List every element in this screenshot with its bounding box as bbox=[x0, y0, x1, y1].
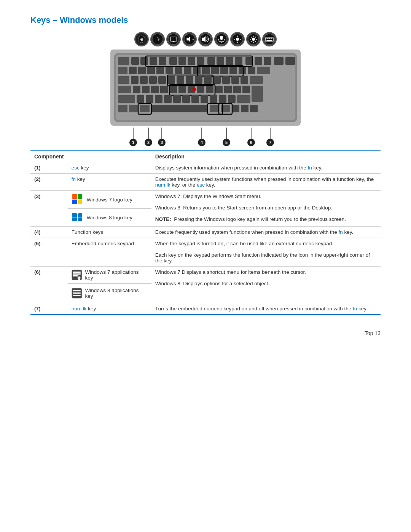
row-num: (5) bbox=[30, 238, 68, 267]
row-description: Execute frequently used system functions… bbox=[151, 227, 381, 238]
fn-link-1[interactable]: fn bbox=[307, 165, 312, 171]
row-description: When the keypad is turned on, it can be … bbox=[151, 238, 381, 267]
row-num: (3) bbox=[30, 191, 68, 227]
svg-rect-82 bbox=[186, 76, 193, 84]
svg-rect-84 bbox=[204, 76, 212, 84]
svg-rect-54 bbox=[264, 57, 271, 65]
svg-rect-120 bbox=[237, 95, 250, 103]
row-component: fn key bbox=[68, 174, 151, 191]
row-num: (1) bbox=[30, 162, 68, 174]
win7-logo-icon bbox=[72, 193, 84, 206]
esc-key-link[interactable]: esc bbox=[72, 165, 80, 171]
svg-rect-66 bbox=[193, 67, 201, 74]
svg-marker-158 bbox=[72, 213, 77, 217]
svg-rect-170 bbox=[73, 295, 81, 296]
svg-rect-83 bbox=[195, 76, 202, 84]
table-row: (3) Windows 7 logo key Windows 7 bbox=[30, 191, 381, 209]
keyboard-image bbox=[110, 50, 301, 126]
fn-icons-row: ⊕ ☽ − bbox=[134, 32, 277, 46]
svg-rect-35 bbox=[271, 38, 272, 39]
fn-icon-brightness bbox=[230, 32, 245, 46]
svg-rect-105 bbox=[252, 86, 263, 102]
table-row: (4) Function keys Execute frequently use… bbox=[30, 227, 381, 238]
row-description: Displays system information when pressed… bbox=[151, 162, 381, 174]
win7-app-key-icon bbox=[72, 270, 82, 280]
callout-numbers: 1 2 3 4 5 6 7 bbox=[110, 128, 301, 147]
col-header-component-name bbox=[68, 151, 151, 162]
svg-rect-163 bbox=[73, 272, 81, 273]
svg-rect-111 bbox=[155, 95, 162, 103]
svg-rect-162 bbox=[72, 270, 82, 280]
svg-rect-93 bbox=[142, 86, 150, 93]
svg-rect-81 bbox=[177, 76, 184, 84]
win8-logo-label: Windows 8 logo key bbox=[87, 215, 132, 220]
fn-icon-display bbox=[166, 32, 181, 46]
svg-rect-129 bbox=[250, 105, 258, 112]
svg-rect-101 bbox=[215, 86, 223, 93]
svg-rect-13 bbox=[220, 36, 223, 40]
svg-rect-42 bbox=[150, 57, 157, 65]
svg-rect-45 bbox=[178, 57, 186, 65]
row-description: Executes frequently used system function… bbox=[151, 174, 381, 191]
svg-rect-99 bbox=[197, 86, 204, 93]
svg-rect-97 bbox=[178, 86, 186, 93]
svg-rect-115 bbox=[191, 95, 199, 103]
svg-rect-95 bbox=[160, 86, 168, 93]
col-header-component: Component bbox=[30, 151, 68, 162]
svg-rect-67 bbox=[202, 67, 210, 74]
fn-key-link[interactable]: fn bbox=[72, 176, 76, 182]
svg-rect-102 bbox=[224, 86, 232, 93]
svg-rect-168 bbox=[73, 290, 81, 291]
svg-rect-6 bbox=[172, 41, 174, 42]
svg-rect-165 bbox=[73, 275, 78, 276]
svg-rect-108 bbox=[118, 95, 135, 103]
svg-rect-156 bbox=[72, 200, 77, 204]
svg-rect-154 bbox=[72, 194, 77, 199]
note-label: NOTE: bbox=[155, 216, 171, 222]
row-component: esc key bbox=[68, 162, 151, 174]
svg-rect-33 bbox=[266, 38, 268, 39]
fn-link-3[interactable]: fn bbox=[353, 306, 357, 312]
numlk-link-1[interactable]: num lk bbox=[155, 182, 170, 188]
svg-text:6: 6 bbox=[250, 140, 252, 145]
svg-rect-85 bbox=[213, 76, 221, 84]
row-num: (2) bbox=[30, 174, 68, 191]
svg-rect-68 bbox=[211, 67, 219, 74]
fn-icon-backlight bbox=[262, 32, 277, 46]
row-component: Embedded numeric keypad bbox=[68, 238, 151, 267]
svg-rect-121 bbox=[118, 105, 127, 112]
win8-app-key-icon bbox=[72, 288, 82, 299]
numlk-key-link[interactable]: num lk bbox=[72, 306, 87, 312]
svg-rect-44 bbox=[169, 57, 177, 65]
svg-rect-34 bbox=[268, 38, 270, 39]
svg-rect-76 bbox=[131, 76, 139, 84]
svg-rect-169 bbox=[73, 292, 81, 294]
fn-link-2[interactable]: fn bbox=[339, 229, 343, 235]
svg-rect-70 bbox=[229, 67, 237, 74]
row-num: (7) bbox=[30, 303, 68, 315]
svg-marker-159 bbox=[78, 213, 82, 217]
col-header-description: Description bbox=[151, 151, 381, 162]
svg-rect-47 bbox=[197, 57, 204, 65]
win7-logo-label: Windows 7 logo key bbox=[87, 197, 132, 203]
svg-text:☽: ☽ bbox=[155, 37, 160, 42]
svg-rect-117 bbox=[210, 95, 217, 103]
row-component-sub: Windows 8 logo key bbox=[68, 209, 151, 227]
svg-point-16 bbox=[236, 38, 239, 41]
svg-rect-92 bbox=[133, 86, 140, 93]
table-row: (1) esc key Displays system information … bbox=[30, 162, 381, 174]
row-component: Windows 7 applications key bbox=[68, 267, 151, 284]
fn-icon-vol-up bbox=[198, 32, 213, 46]
svg-rect-122 bbox=[129, 105, 139, 112]
svg-rect-48 bbox=[207, 57, 215, 65]
svg-rect-53 bbox=[255, 57, 262, 65]
esc-link-1[interactable]: esc bbox=[197, 182, 205, 188]
svg-text:4: 4 bbox=[201, 140, 203, 145]
svg-text:−: − bbox=[193, 37, 194, 41]
svg-rect-164 bbox=[73, 273, 81, 275]
svg-rect-61 bbox=[147, 67, 155, 74]
svg-marker-161 bbox=[78, 217, 82, 221]
svg-rect-46 bbox=[188, 57, 195, 65]
svg-text:7: 7 bbox=[269, 140, 271, 145]
svg-rect-71 bbox=[239, 67, 246, 74]
